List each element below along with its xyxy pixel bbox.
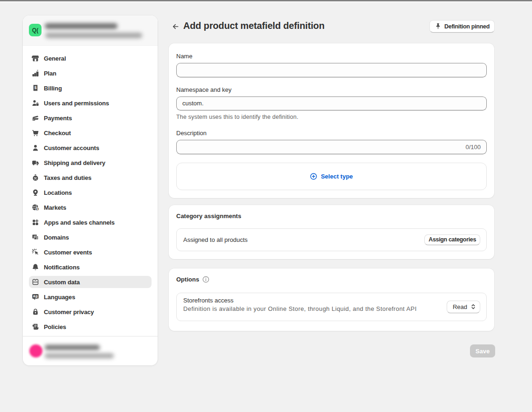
svg-text:$: $	[35, 85, 37, 90]
svg-text:文: 文	[35, 295, 38, 299]
svg-text:$: $	[36, 207, 38, 211]
